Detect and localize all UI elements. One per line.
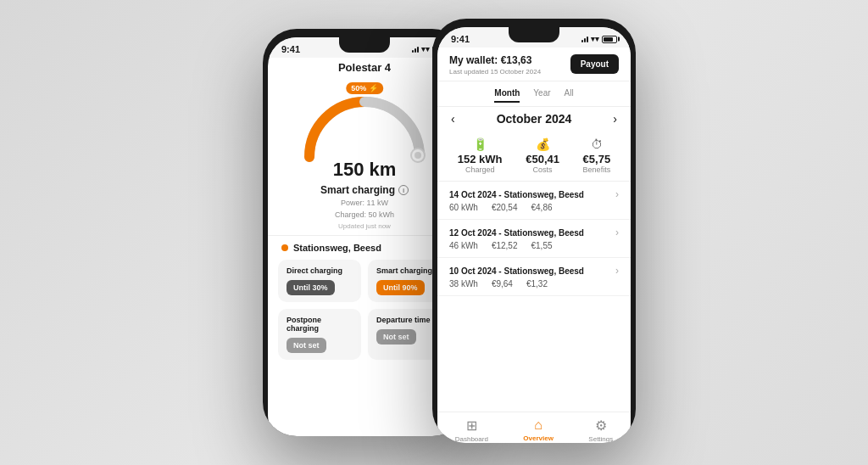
battery-stat-icon: 🔋 bbox=[458, 137, 503, 151]
overview-icon: ⌂ bbox=[534, 417, 542, 433]
session-2[interactable]: 12 Oct 2024 - Stationsweg, Beesd › 46 kW… bbox=[437, 220, 631, 258]
session-3-details: 38 kWh €9,64 €1,32 bbox=[449, 279, 619, 289]
payout-button[interactable]: Payout bbox=[570, 54, 619, 74]
session-1[interactable]: 14 Oct 2024 - Stationsweg, Beesd › 60 kW… bbox=[437, 182, 631, 220]
session-2-date-loc: 12 Oct 2024 - Stationsweg, Beesd bbox=[449, 228, 584, 238]
signal-icon bbox=[412, 46, 419, 53]
session-1-kwh: 60 kWh bbox=[449, 203, 478, 212]
month-title: October 2024 bbox=[497, 112, 572, 126]
overview-nav-label: Overview bbox=[523, 434, 554, 442]
session-1-benefit: €4,86 bbox=[531, 203, 553, 212]
right-phone: 9:41 ▾▾ My wallet: €13,63 Last updated 1… bbox=[432, 19, 636, 443]
session-2-benefit: €1,55 bbox=[531, 241, 553, 250]
tab-all[interactable]: All bbox=[565, 88, 574, 103]
tab-month[interactable]: Month bbox=[494, 88, 520, 103]
session-1-cost: €20,54 bbox=[492, 203, 518, 212]
dashboard-icon: ⊞ bbox=[466, 417, 477, 434]
benefits-stat-icon: ⏱ bbox=[583, 137, 611, 151]
time-left: 9:41 bbox=[281, 44, 300, 54]
svg-point-1 bbox=[415, 152, 421, 159]
soc-badge: 50% ⚡ bbox=[346, 82, 383, 94]
battery-icon-right bbox=[602, 36, 617, 43]
charged-label-stat: Charged bbox=[458, 165, 503, 174]
notch-right bbox=[509, 27, 559, 42]
status-icons-right: ▾▾ bbox=[581, 35, 617, 43]
dashboard-nav-label: Dashboard bbox=[455, 435, 488, 443]
direct-charging-option: Direct charging Until 30% bbox=[278, 260, 361, 302]
postpone-btn[interactable]: Not set bbox=[287, 338, 326, 353]
session-1-chevron-icon: › bbox=[615, 188, 619, 200]
month-nav: ‹ October 2024 › bbox=[437, 107, 631, 131]
session-3-chevron-icon: › bbox=[615, 265, 619, 277]
wifi-icon: ▾▾ bbox=[421, 45, 430, 53]
costs-value: €50,41 bbox=[526, 153, 559, 165]
nav-dashboard[interactable]: ⊞ Dashboard bbox=[455, 417, 488, 443]
stat-costs: 💰 €50,41 Costs bbox=[526, 137, 559, 174]
signal-icon-right bbox=[581, 36, 588, 42]
stats-row: 🔋 152 kWh Charged 💰 €50,41 Costs ⏱ €5,75… bbox=[437, 131, 631, 182]
notch bbox=[339, 37, 390, 53]
costs-label-stat: Costs bbox=[526, 165, 559, 174]
direct-charging-label: Direct charging bbox=[287, 266, 353, 275]
info-icon[interactable]: i bbox=[398, 185, 409, 195]
postpone-option: Postpone charging Not set bbox=[278, 309, 361, 360]
session-1-date-loc: 14 Oct 2024 - Stationsweg, Beesd bbox=[449, 190, 584, 199]
session-3-cost: €9,64 bbox=[492, 279, 513, 289]
wallet-header: My wallet: €13,63 Last updated 15 Octobe… bbox=[437, 48, 631, 81]
sessions-list: 14 Oct 2024 - Stationsweg, Beesd › 60 kW… bbox=[437, 182, 631, 296]
location-dot-icon bbox=[281, 244, 288, 251]
stat-charged: 🔋 152 kWh Charged bbox=[458, 137, 503, 174]
session-2-details: 46 kWh €12,52 €1,55 bbox=[449, 241, 619, 250]
costs-stat-icon: 💰 bbox=[526, 137, 559, 151]
next-month-button[interactable]: › bbox=[613, 112, 617, 126]
prev-month-button[interactable]: ‹ bbox=[451, 112, 455, 126]
session-3[interactable]: 10 Oct 2024 - Stationsweg, Beesd › 38 kW… bbox=[437, 258, 631, 296]
charged-kwh: 152 kWh bbox=[458, 153, 503, 165]
right-screen: 9:41 ▾▾ My wallet: €13,63 Last updated 1… bbox=[437, 27, 631, 443]
location-name: Stationsweg, Beesd bbox=[293, 243, 381, 253]
time-right: 9:41 bbox=[451, 34, 470, 44]
period-tabs: Month Year All bbox=[437, 81, 631, 107]
tab-year[interactable]: Year bbox=[533, 88, 550, 103]
direct-charging-btn[interactable]: Until 30% bbox=[287, 280, 335, 295]
session-1-details: 60 kWh €20,54 €4,86 bbox=[449, 203, 619, 212]
postpone-label: Postpone charging bbox=[287, 316, 353, 333]
wallet-updated: Last updated 15 October 2024 bbox=[449, 68, 541, 76]
settings-icon: ⚙ bbox=[595, 417, 607, 434]
session-3-kwh: 38 kWh bbox=[449, 279, 478, 289]
session-3-date-loc: 10 Oct 2024 - Stationsweg, Beesd bbox=[449, 266, 584, 276]
departure-btn[interactable]: Not set bbox=[376, 329, 416, 345]
benefits-label-stat: Benefits bbox=[583, 165, 611, 174]
session-2-kwh: 46 kWh bbox=[449, 241, 478, 250]
session-2-chevron-icon: › bbox=[615, 227, 619, 238]
car-name: Polestar 4 bbox=[338, 61, 391, 74]
settings-nav-label: Settings bbox=[588, 435, 613, 443]
smart-charging-btn[interactable]: Until 90% bbox=[376, 280, 425, 295]
session-3-benefit: €1,32 bbox=[526, 279, 548, 289]
nav-overview[interactable]: ⌂ Overview bbox=[523, 417, 554, 443]
nav-settings[interactable]: ⚙ Settings bbox=[588, 417, 613, 443]
bottom-nav: ⊞ Dashboard ⌂ Overview ⚙ Settings bbox=[437, 412, 631, 443]
wifi-icon-right: ▾▾ bbox=[591, 35, 599, 43]
wallet-title: My wallet: €13,63 bbox=[449, 54, 541, 66]
benefits-value: €5,75 bbox=[583, 153, 611, 165]
stat-benefits: ⏱ €5,75 Benefits bbox=[583, 137, 611, 174]
session-2-cost: €12,52 bbox=[492, 241, 518, 250]
